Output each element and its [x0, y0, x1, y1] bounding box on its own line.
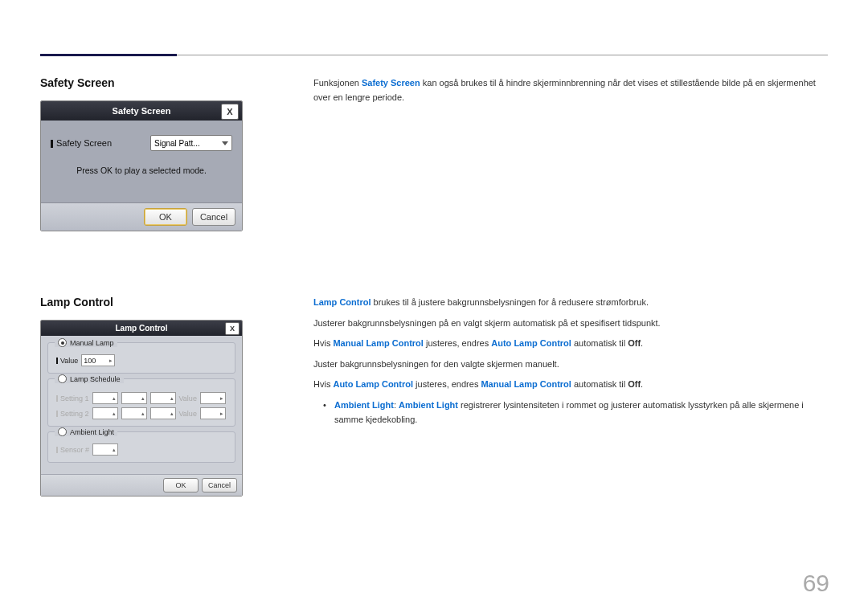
highlight: Ambient Light — [334, 400, 394, 410]
p4: Juster bakgrunnsbelysningen for den valg… — [313, 358, 828, 372]
group-lamp-schedule: Lamp Schedule Setting 1 ▴ ▴ ▴ Value ▸ Se… — [47, 378, 235, 427]
radio-icon[interactable] — [58, 427, 67, 436]
p2: Justerer bakgrunnsbelysningen på en valg… — [313, 317, 828, 331]
dialog-buttons: OK Cancel — [41, 202, 242, 231]
close-button[interactable]: X — [225, 322, 240, 335]
p5: Hvis Auto Lamp Control justeres, endres … — [313, 378, 828, 392]
cancel-label: Cancel — [200, 212, 227, 222]
group-label-text: Lamp Schedule — [70, 375, 121, 383]
off-text: Off — [628, 338, 641, 348]
ok-button[interactable]: OK — [163, 478, 199, 492]
setting2-label: Setting 2 — [60, 410, 89, 418]
section-lamp-control: Lamp Control Lamp Control X Manual Lamp — [40, 296, 828, 497]
dialog-title: Safety Screen X — [41, 101, 242, 121]
text: brukes til å justere bakgrunnsbelysninge… — [371, 297, 649, 307]
highlight: Ambient Light — [399, 400, 458, 410]
group-label-schedule: Lamp Schedule — [55, 374, 124, 383]
sensor-label: Sensor # — [60, 446, 89, 454]
text: justeres, endres — [413, 379, 481, 389]
value-row: Value 100 ▸ — [56, 354, 228, 366]
spinner[interactable]: ▸ — [200, 407, 226, 419]
left-column-b: Lamp Control Lamp Control X Manual Lamp — [40, 296, 313, 497]
text: automatisk til — [571, 338, 628, 348]
spinner[interactable]: ▸ — [200, 392, 226, 404]
group-ambient-light: Ambient Light Sensor # ▴ — [47, 431, 235, 463]
heading-lamp-control: Lamp Control — [40, 296, 313, 309]
left-column-a: Safety Screen Safety Screen X Safety Scr… — [40, 76, 313, 231]
bullet-icon: • — [323, 398, 334, 427]
highlight: Safety Screen — [362, 78, 420, 88]
field-label-text: Safety Screen — [56, 138, 112, 148]
bullet-text: Ambient Light: Ambient Light registrerer… — [334, 398, 828, 427]
value-label: Value — [179, 394, 197, 403]
spinner[interactable]: ▴ — [92, 392, 118, 404]
cancel-button[interactable]: Cancel — [202, 478, 237, 492]
combo-value: Signal Patt... — [154, 139, 200, 148]
group-label-text: Ambient Light — [70, 428, 114, 436]
dialog-buttons: OK Cancel — [41, 474, 242, 496]
text: automatisk til — [571, 379, 628, 389]
field-label: Safety Screen — [51, 138, 150, 148]
value-label: Value — [60, 357, 78, 365]
spinner[interactable]: ▴ — [92, 407, 118, 419]
right-column-b: Lamp Control brukes til å justere bakgru… — [313, 296, 828, 430]
dialog-title: Lamp Control X — [41, 321, 242, 336]
text: Hvis — [313, 379, 333, 389]
hint-text: Press OK to play a selected mode. — [51, 166, 232, 175]
sensor-spinner[interactable]: ▴ — [92, 443, 118, 456]
highlight: Manual Lamp Control — [481, 379, 571, 389]
heading-safety-screen: Safety Screen — [40, 76, 313, 89]
right-column-a: Funksjonen Safety Screen kan også brukes… — [313, 76, 828, 111]
radio-icon[interactable] — [58, 338, 67, 347]
cancel-button[interactable]: Cancel — [192, 208, 235, 226]
dialog-body: Safety Screen Signal Patt... Press OK to… — [41, 121, 242, 202]
highlight: Manual Lamp Control — [333, 338, 423, 348]
top-accent — [40, 54, 177, 56]
bullet-row: • Ambient Light: Ambient Light registrer… — [323, 398, 828, 427]
chevron-down-icon — [222, 141, 228, 145]
ok-label: OK — [159, 212, 172, 222]
setting1-label: Setting 1 — [60, 394, 89, 403]
text: Hvis — [313, 338, 333, 348]
value-number: 100 — [84, 357, 96, 365]
group-label-ambient: Ambient Light — [55, 427, 117, 436]
field-row: Safety Screen Signal Patt... — [51, 135, 232, 151]
group-label-text: Manual Lamp — [70, 339, 114, 347]
text: . — [641, 379, 643, 389]
desc-a: Funksjonen Safety Screen kan også brukes… — [313, 76, 828, 104]
highlight: Lamp Control — [313, 297, 371, 307]
off-text: Off — [628, 379, 641, 389]
dialog-title-text: Safety Screen — [113, 106, 171, 116]
page-number: 69 — [803, 570, 829, 597]
group-label-manual: Manual Lamp — [55, 338, 117, 347]
setting2-row: Setting 2 ▴ ▴ ▴ Value ▸ — [56, 407, 228, 419]
text: Funksjonen — [313, 78, 362, 88]
highlight: Auto Lamp Control — [333, 379, 413, 389]
spinner[interactable]: ▴ — [150, 392, 176, 404]
ok-button[interactable]: OK — [144, 208, 187, 226]
close-button[interactable]: X — [221, 104, 239, 120]
close-icon: X — [230, 325, 235, 333]
signal-pattern-combo[interactable]: Signal Patt... — [150, 135, 232, 151]
dialog-lamp-control: Lamp Control X Manual Lamp Value — [40, 320, 243, 497]
close-icon: X — [227, 107, 232, 116]
p3: Hvis Manual Lamp Control justeres, endre… — [313, 337, 828, 351]
cancel-label: Cancel — [208, 481, 231, 489]
spinner[interactable]: ▴ — [121, 392, 147, 404]
group-manual-lamp: Manual Lamp Value 100 ▸ — [47, 342, 235, 374]
dialog-body: Manual Lamp Value 100 ▸ — [41, 336, 242, 474]
highlight: Auto Lamp Control — [491, 338, 571, 348]
section-safety-screen: Safety Screen Safety Screen X Safety Scr… — [40, 76, 828, 231]
radio-icon[interactable] — [58, 374, 67, 383]
value-spinner[interactable]: 100 ▸ — [81, 354, 115, 366]
dialog-title-text: Lamp Control — [116, 324, 168, 333]
setting1-row: Setting 1 ▴ ▴ ▴ Value ▸ — [56, 392, 228, 404]
page: Safety Screen Safety Screen X Safety Scr… — [0, 0, 868, 585]
text: . — [641, 338, 643, 348]
spinner[interactable]: ▴ — [150, 407, 176, 419]
spinner[interactable]: ▴ — [121, 407, 147, 419]
dialog-safety-screen: Safety Screen X Safety Screen Signal Pat… — [40, 100, 243, 231]
spin-arrows-icon: ▸ — [109, 358, 113, 363]
ok-label: OK — [175, 481, 186, 489]
p1: Lamp Control brukes til å justere bakgru… — [313, 296, 828, 310]
